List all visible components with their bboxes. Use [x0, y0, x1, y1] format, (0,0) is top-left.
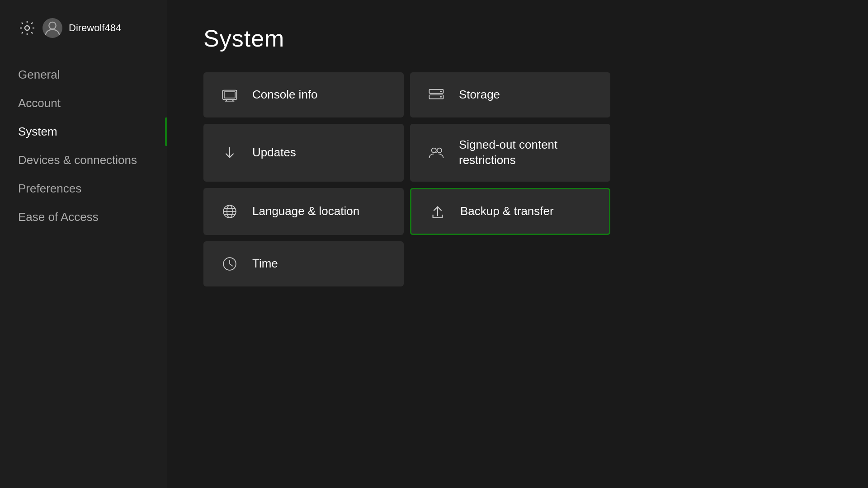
restrictions-icon [426, 144, 446, 161]
time-label: Time [252, 256, 278, 272]
sidebar-item-system[interactable]: System [0, 117, 167, 146]
language-icon [220, 203, 240, 220]
page-title: System [203, 25, 832, 52]
updates-icon [220, 144, 240, 161]
backup-icon [428, 203, 448, 220]
svg-point-0 [25, 26, 29, 30]
backup-tile[interactable]: Backup & transfer [410, 188, 610, 235]
sidebar-nav: General Account System Devices & connect… [0, 61, 167, 231]
svg-point-1 [49, 22, 56, 29]
svg-point-13 [437, 148, 442, 152]
storage-icon [426, 86, 446, 103]
storage-label: Storage [459, 87, 500, 103]
time-tile[interactable]: Time [203, 241, 404, 286]
sidebar-item-devices[interactable]: Devices & connections [0, 146, 167, 174]
sidebar-item-preferences[interactable]: Preferences [0, 174, 167, 203]
svg-point-12 [432, 148, 436, 152]
sidebar: Direwolf484 General Account System Devic… [0, 0, 167, 488]
restrictions-label: Signed-out content restrictions [459, 137, 594, 168]
console-info-label: Console info [252, 87, 318, 103]
time-icon [220, 255, 240, 272]
gear-icon [18, 19, 36, 37]
svg-point-9 [440, 91, 442, 92]
updates-label: Updates [252, 145, 296, 160]
restrictions-tile[interactable]: Signed-out content restrictions [410, 124, 610, 182]
system-grid: Console info Storage Updat [203, 72, 610, 286]
username-label: Direwolf484 [69, 22, 121, 34]
sidebar-header: Direwolf484 [0, 18, 167, 61]
svg-rect-3 [224, 92, 235, 98]
svg-point-10 [440, 96, 442, 98]
console-icon [220, 86, 240, 103]
sidebar-item-account[interactable]: Account [0, 89, 167, 117]
language-label: Language & location [252, 204, 359, 219]
updates-tile[interactable]: Updates [203, 124, 404, 182]
sidebar-item-general[interactable]: General [0, 61, 167, 89]
storage-tile[interactable]: Storage [410, 72, 610, 117]
backup-label: Backup & transfer [460, 204, 554, 219]
sidebar-item-ease[interactable]: Ease of Access [0, 203, 167, 231]
main-content: System Console info [167, 0, 868, 488]
console-info-tile[interactable]: Console info [203, 72, 404, 117]
avatar [42, 18, 62, 38]
language-tile[interactable]: Language & location [203, 188, 404, 235]
